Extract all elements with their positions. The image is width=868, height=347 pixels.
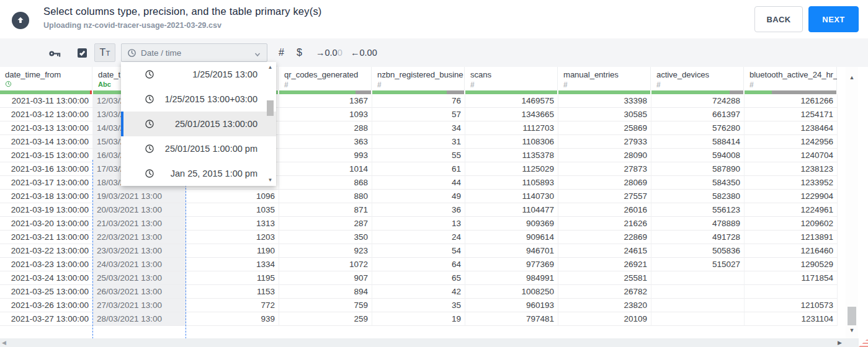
table-cell[interactable]: 27/03/2021 13:00	[93, 299, 186, 312]
table-cell[interactable]: 28069	[558, 176, 651, 190]
table-cell[interactable]: 2021-03-15 13:00:00	[0, 149, 93, 162]
dropdown-scrollbar[interactable]: ▲ ▼	[266, 62, 275, 186]
table-cell[interactable]: 1238464	[745, 121, 838, 135]
table-cell[interactable]: 64	[372, 258, 465, 271]
table-cell[interactable]: 24	[372, 231, 465, 244]
table-cell[interactable]: 2021-03-16 13:00:00	[0, 162, 93, 176]
scroll-down-icon[interactable]: ▼	[846, 326, 858, 335]
scroll-left-icon[interactable]: ◀	[2, 338, 6, 347]
table-cell[interactable]: 946701	[465, 244, 558, 258]
table-cell[interactable]: 61	[372, 162, 465, 176]
table-cell[interactable]: 1240704	[745, 149, 838, 162]
table-cell[interactable]: 1104477	[465, 203, 558, 217]
table-cell[interactable]: 1140730	[465, 190, 558, 203]
table-cell[interactable]: 2021-03-14 13:00:00	[0, 135, 93, 149]
scroll-down-icon[interactable]: ▼	[266, 176, 275, 185]
scrollbar-thumb[interactable]	[848, 307, 856, 325]
table-cell[interactable]: 44	[372, 176, 465, 190]
table-cell[interactable]: 1096	[186, 190, 279, 203]
table-cell[interactable]: 26921	[558, 258, 651, 271]
table-cell[interactable]: 1210573	[745, 299, 838, 312]
table-cell[interactable]: 2021-03-25 13:00:00	[0, 285, 93, 299]
vertical-scrollbar[interactable]: ▲ ▼	[846, 67, 858, 338]
table-cell[interactable]	[651, 285, 745, 299]
table-cell[interactable]: 515027	[651, 258, 745, 271]
table-cell[interactable]: 1108306	[465, 135, 558, 149]
table-cell[interactable]: 22869	[558, 231, 651, 244]
table-cell[interactable]: 1334	[186, 258, 279, 271]
table-cell[interactable]: 21626	[558, 217, 651, 231]
table-cell[interactable]: 1233952	[745, 176, 838, 190]
table-cell[interactable]: 1153	[186, 285, 279, 299]
table-cell[interactable]: 34	[372, 121, 465, 135]
next-button[interactable]: NEXT	[808, 6, 859, 32]
integer-type-button[interactable]: #	[279, 38, 284, 67]
table-cell[interactable]: 26016	[558, 203, 651, 217]
table-cell[interactable]: 1209602	[745, 217, 838, 231]
table-cell[interactable]: 25869	[558, 121, 651, 135]
table-cell[interactable]: 1313	[186, 217, 279, 231]
table-cell[interactable]: 19/03/2021 13:00	[93, 190, 186, 203]
table-cell[interactable]: 1229904	[745, 190, 838, 203]
horizontal-scrollbar[interactable]: ◀ ▶	[0, 338, 859, 347]
column-header[interactable]: manual_entries#	[558, 67, 651, 90]
column-header[interactable]: nzbn_registered_busine#	[372, 67, 465, 90]
table-cell[interactable]: 576280	[651, 121, 745, 135]
table-cell[interactable]: 909369	[465, 217, 558, 231]
table-cell[interactable]: 907	[279, 271, 372, 285]
table-cell[interactable]: 797481	[465, 312, 558, 326]
table-cell[interactable]: 33398	[558, 94, 651, 108]
table-cell[interactable]: 36	[372, 203, 465, 217]
table-cell[interactable]: 26/03/2021 13:00	[93, 285, 186, 299]
table-cell[interactable]: 587890	[651, 162, 745, 176]
table-cell[interactable]: 1261266	[745, 94, 838, 108]
dropdown-option[interactable]: 1/25/2015 13:00+03:00	[121, 87, 276, 112]
table-cell[interactable]: 960193	[465, 299, 558, 312]
table-cell[interactable]: 24/03/2021 13:00	[93, 258, 186, 271]
table-cell[interactable]: 491728	[651, 231, 745, 244]
table-cell[interactable]: 2021-03-13 13:00:00	[0, 121, 93, 135]
table-cell[interactable]: 42	[372, 285, 465, 299]
dropdown-option[interactable]: Jan 25, 2015 1:00 pm	[121, 161, 276, 186]
table-cell[interactable]: 259	[279, 312, 372, 326]
currency-type-button[interactable]: $	[297, 38, 302, 67]
table-cell[interactable]: 27557	[558, 190, 651, 203]
table-cell[interactable]: 2021-03-12 13:00:00	[0, 108, 93, 121]
table-cell[interactable]: 759	[279, 299, 372, 312]
table-cell[interactable]: 55	[372, 149, 465, 162]
column-header[interactable]: bluetooth_active_24_hr_#	[745, 67, 837, 90]
table-cell[interactable]: 20109	[558, 312, 651, 326]
table-cell[interactable]: 31	[372, 135, 465, 149]
table-cell[interactable]: 1072	[279, 258, 372, 271]
table-cell[interactable]: 984991	[465, 271, 558, 285]
dropdown-option[interactable]: 25/01/2015 13:00:00	[121, 112, 276, 136]
table-cell[interactable]: 1242956	[745, 135, 838, 149]
increase-decimal-button[interactable]: →0.00	[316, 38, 342, 67]
table-cell[interactable]: 1343665	[465, 108, 558, 121]
table-cell[interactable]: 28/03/2021 13:00	[93, 312, 186, 326]
table-cell[interactable]: 1216460	[745, 244, 838, 258]
table-cell[interactable]: 505836	[651, 244, 745, 258]
table-cell[interactable]: 724288	[651, 94, 745, 108]
column-header[interactable]: date_time_from	[0, 67, 92, 90]
table-cell[interactable]: 49	[372, 190, 465, 203]
scroll-right-icon[interactable]: ▶	[838, 338, 842, 347]
table-cell[interactable]: 23/03/2021 13:00	[93, 244, 186, 258]
table-cell[interactable]: 2021-03-20 13:00:00	[0, 217, 93, 231]
table-cell[interactable]: 594008	[651, 149, 745, 162]
table-cell[interactable]: 27873	[558, 162, 651, 176]
table-cell[interactable]: 288	[279, 121, 372, 135]
table-cell[interactable]	[745, 285, 838, 299]
table-cell[interactable]: 993	[279, 149, 372, 162]
table-cell[interactable]: 2021-03-18 13:00:00	[0, 190, 93, 203]
table-cell[interactable]: 1203	[186, 231, 279, 244]
dropdown-option[interactable]: 1/25/2015 13:00	[121, 62, 276, 87]
table-cell[interactable]: 27933	[558, 135, 651, 149]
table-cell[interactable]: 2021-03-24 13:00:00	[0, 271, 93, 285]
table-cell[interactable]: 923	[279, 244, 372, 258]
table-cell[interactable]: 772	[186, 299, 279, 312]
table-cell[interactable]: 23820	[558, 299, 651, 312]
table-cell[interactable]: 556123	[651, 203, 745, 217]
table-cell[interactable]: 871	[279, 203, 372, 217]
table-cell[interactable]: 939	[186, 312, 279, 326]
